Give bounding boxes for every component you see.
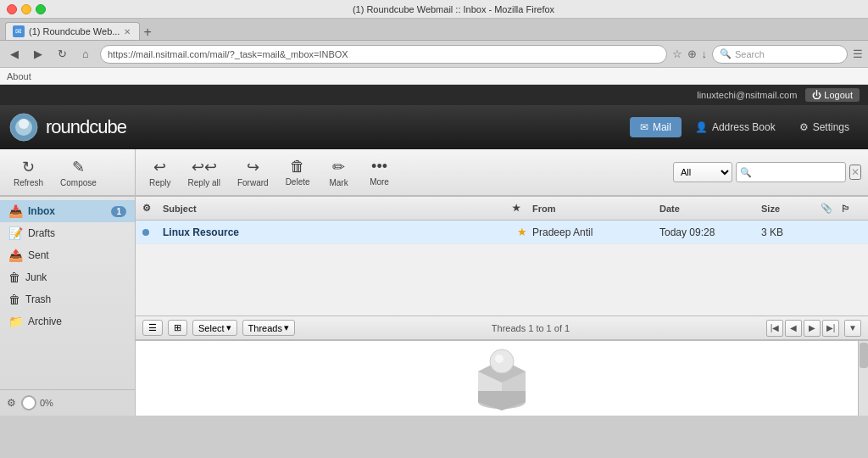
svg-point-2	[19, 119, 29, 129]
url-text: https://mail.nsitmail.com/mail/?_task=ma…	[108, 49, 659, 59]
logout-button[interactable]: ⏻ Logout	[805, 88, 860, 102]
sidebar-item-sent[interactable]: 📤 Sent	[0, 244, 135, 266]
from-column-header[interactable]: From	[532, 204, 659, 214]
back-button[interactable]: ◀	[5, 45, 24, 64]
thumbnail-button[interactable]: ⊞	[168, 320, 187, 336]
collapse-preview-button[interactable]: ▼	[844, 320, 861, 337]
email-panel: ↩ Reply ↩↩ Reply all ↪ Forward 🗑 Delete …	[136, 149, 868, 416]
sidebar-item-junk[interactable]: 🗑 Junk	[0, 266, 135, 288]
more-button[interactable]: ••• More	[361, 154, 398, 190]
mail-toolbar: ↻ Refresh ✎ Compose	[0, 149, 135, 197]
power-icon: ⏻	[812, 90, 821, 100]
list-icon: ☰	[148, 322, 157, 333]
sidebar-item-inbox[interactable]: 📥 Inbox 1	[0, 200, 135, 222]
email-subject: Linux Resource	[159, 226, 512, 238]
sort-indicator[interactable]: ⚙	[142, 203, 159, 214]
archive-label: Archive	[28, 316, 62, 327]
nav-settings-button[interactable]: ⚙ Settings	[789, 117, 860, 137]
forward-button[interactable]: ▶	[29, 45, 47, 64]
browser-tab[interactable]: ✉ (1) Roundcube Web... ✕	[5, 22, 140, 40]
email-list-header: ⚙ Subject ★ From Date Size 📎 🏳	[136, 197, 868, 221]
unread-dot	[142, 229, 149, 236]
filter-area: All Unread Flagged 🔍 ✕	[673, 162, 861, 182]
email-list: Linux Resource ★ Pradeep Antil Today 09:…	[136, 221, 868, 316]
thumbnail-icon: ⊞	[174, 322, 181, 333]
email-count: Threads 1 to 1 of 1	[300, 323, 761, 333]
email-date: Today 09:28	[659, 226, 761, 238]
maximize-button[interactable]	[36, 4, 46, 14]
first-page-button[interactable]: |◀	[766, 320, 783, 337]
tab-close-icon[interactable]: ✕	[124, 27, 131, 36]
chevron-down-icon: ▾	[226, 322, 231, 333]
email-footer: ☰ ⊞ Select ▾ Threads ▾ Threads 1 to 1 of…	[136, 316, 868, 339]
preview-pane	[136, 339, 868, 416]
date-column-header[interactable]: Date	[659, 204, 761, 214]
new-tab-button[interactable]: +	[143, 25, 151, 40]
tab-favicon: ✉	[13, 25, 25, 37]
filter-select[interactable]: All Unread Flagged	[673, 162, 732, 182]
header-nav: ✉ Mail 👤 Address Book ⚙ Settings	[630, 117, 860, 137]
select-dropdown[interactable]: Select ▾	[192, 320, 237, 336]
pager: |◀ ◀ ▶ ▶|	[766, 320, 839, 337]
list-options-button[interactable]: ☰	[142, 320, 163, 336]
about-label: About	[7, 71, 31, 81]
logo-text: roundcube	[46, 116, 126, 138]
nav-addressbook-button[interactable]: 👤 Address Book	[685, 117, 786, 137]
user-email: linuxtechi@nsitmail.com	[697, 90, 797, 100]
sidebar-item-archive[interactable]: 📁 Archive	[0, 310, 135, 332]
drafts-icon: 📝	[8, 226, 23, 240]
browser-search-placeholder: Search	[735, 49, 765, 59]
last-page-button[interactable]: ▶|	[822, 320, 839, 337]
home-button[interactable]: ⌂	[76, 45, 95, 64]
close-button[interactable]	[7, 4, 17, 14]
logo-area: roundcube	[8, 112, 126, 142]
preview-logo-svg	[468, 344, 536, 412]
settings-icon: ⚙	[799, 121, 809, 133]
delete-button[interactable]: 🗑 Delete	[279, 154, 317, 190]
roundcube-logo	[8, 112, 39, 142]
minimize-button[interactable]	[21, 4, 31, 14]
trash-icon: 🗑	[8, 293, 20, 306]
nav-mail-button[interactable]: ✉ Mail	[630, 117, 682, 137]
reply-icon: ↩	[153, 158, 166, 176]
junk-label: Junk	[25, 271, 47, 283]
reply-all-icon: ↩↩	[192, 158, 217, 176]
next-page-button[interactable]: ▶	[804, 320, 821, 337]
search-clear-button[interactable]: ✕	[849, 165, 861, 180]
sidebar-nav: 📥 Inbox 1 📝 Drafts 📤 Sent 🗑 Junk �	[0, 197, 135, 389]
preview-scrollbar[interactable]	[858, 341, 868, 416]
mark-button[interactable]: ✏ Mark	[320, 154, 358, 191]
more-icon: •••	[371, 158, 387, 176]
email-star[interactable]: ★	[512, 226, 532, 238]
download-icon[interactable]: ↓	[702, 47, 708, 60]
browser-search-bar[interactable]: 🔍 Search	[712, 45, 848, 64]
bookmark-icon[interactable]: ☆	[672, 47, 682, 60]
app-topbar: linuxtechi@nsitmail.com ⏻ Logout	[0, 85, 868, 105]
email-search-area: 🔍	[736, 162, 846, 182]
url-bar[interactable]: https://mail.nsitmail.com/mail/?_task=ma…	[100, 45, 667, 64]
threads-dropdown[interactable]: Threads ▾	[242, 320, 295, 336]
threads-chevron-icon: ▾	[284, 322, 289, 333]
tab-bar: ✉ (1) Roundcube Web... ✕ +	[0, 19, 868, 41]
flag-column-header: 🏳	[841, 204, 861, 214]
compose-button[interactable]: ✎ Compose	[53, 154, 103, 191]
reply-all-button[interactable]: ↩↩ Reply all	[181, 154, 227, 191]
sidebar-item-drafts[interactable]: 📝 Drafts	[0, 222, 135, 244]
junk-icon: 🗑	[8, 271, 20, 284]
svg-point-9	[495, 355, 504, 363]
email-size: 3 KB	[761, 226, 821, 238]
email-toolbar: ↩ Reply ↩↩ Reply all ↪ Forward 🗑 Delete …	[136, 149, 868, 197]
history-icon[interactable]: ⊕	[687, 47, 697, 60]
menu-icon[interactable]: ☰	[853, 47, 863, 60]
refresh-button[interactable]: ↻ Refresh	[7, 154, 50, 191]
reload-button[interactable]: ↻	[53, 45, 71, 64]
forward-button[interactable]: ↪ Forward	[231, 154, 275, 191]
size-column-header[interactable]: Size	[761, 204, 821, 214]
table-row[interactable]: Linux Resource ★ Pradeep Antil Today 09:…	[136, 221, 868, 244]
sidebar-item-trash[interactable]: 🗑 Trash	[0, 288, 135, 310]
reply-button[interactable]: ↩ Reply	[142, 154, 178, 191]
prev-page-button[interactable]: ◀	[785, 320, 802, 337]
subject-column-header[interactable]: Subject	[159, 204, 512, 214]
sidebar-settings-button[interactable]: ⚙	[7, 397, 16, 409]
browser-title: (1) Roundcube Webmail :: Inbox - Mozilla…	[46, 4, 861, 14]
